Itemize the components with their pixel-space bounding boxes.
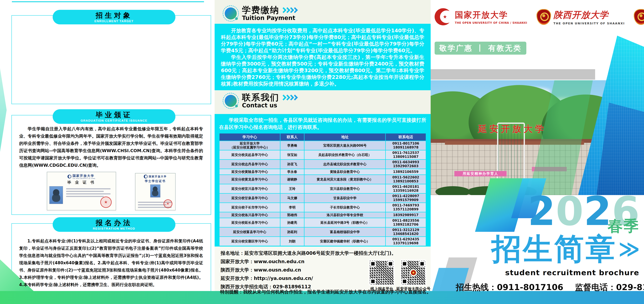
learning-centers-table: 学习中心 联系人 地址 联系电话 延安开放大学（延安分校直属学习中心） 李勇锋 …	[219, 133, 426, 246]
brochure-title: 招生简章 ≫	[492, 234, 640, 264]
cell-phones: 0911-321212913468541620	[386, 227, 426, 236]
cell-phones: 0911-562260213892100853	[386, 175, 426, 184]
degree-certificate-sample: 国家开放大学 学士学位证书	[135, 173, 176, 210]
university-emblem-icon	[410, 269, 417, 276]
registration-info-lines: 报名地址：延安市宝塔区双拥大道永兴路006号延安开放大学一楼招生大厅(北门)。国…	[220, 249, 372, 291]
gray-bar-decoration	[431, 69, 595, 80]
cell-contact-person: 王玲	[280, 184, 304, 193]
diploma-certificate-sample: 国家开放大学 THE OPEN UNIVERSITY OF CHINA 毕 业 …	[47, 172, 116, 210]
contact-info-block: 学校采取全市统一招生，各县区学员就近咨询报名的办法，有需要报名的学员可直接拨打所…	[214, 114, 431, 246]
logo-name-cn: 国家开放大学	[455, 10, 527, 21]
certificate-university-en: THE OPEN UNIVERSITY OF CHINA	[72, 178, 95, 179]
section-title-en: ENROLLMENT TARGET	[53, 20, 176, 23]
graduation-paragraph: 学生学籍自注册入学起八年内有效，高中起点本科专业最低修业年限五年，专科起点本科专…	[19, 125, 203, 169]
tuition-paragraph-2: 学生入学后按学年分两次缴纳学分费(高起本专业按三次)，第一学年:专升本专业新生缴…	[221, 54, 424, 87]
chevron-arrows-icon	[282, 8, 297, 12]
section-title-en: REGISTRATION METHOD	[53, 227, 176, 230]
cell-contact-person: 孙建亮	[280, 218, 304, 227]
certificate-red-seal	[164, 199, 172, 208]
cell-phones: 0911-882355613892182706	[386, 218, 426, 227]
tuition-globe-icon	[223, 6, 239, 22]
table-row: 延安分校吴起县学习中心 张宝如 吴起县职业技术教育中心（白石咀） 0911-76…	[220, 150, 426, 159]
section-header-enrollment-target: 招生对象 ENROLLMENT TARGET	[53, 10, 176, 24]
certificate-university: 国家开放大学	[149, 175, 167, 178]
hotline-row: 招生热线：0911-8017106监督电话：029-81896113	[456, 282, 644, 293]
table-row: 延安分校安塞区学习中心 刘朗 安塞区建华镇建华村（职教中心） 0911-6292…	[220, 237, 426, 246]
col-header-center: 学习中心	[220, 133, 280, 141]
section-graduation-certificate: 学生学籍自注册入学起八年内有效，高中起点本科专业最低修业年限五年，专科起点本科专…	[12, 115, 211, 215]
cell-learning-center: 延安开放大学（延安分校直属学习中心）	[220, 141, 280, 150]
cell-learning-center: 延安分校安塞区学习中心	[220, 237, 280, 246]
cell-phones: 0911-663499315929072603	[386, 160, 426, 169]
cell-address: 宝塔区双拥大道永兴路006号	[304, 141, 386, 150]
cell-phones: 0911-629243513379119698	[386, 237, 426, 246]
cell-contact-person: 李永春	[280, 169, 304, 174]
cell-learning-center: 延安分校志丹县学习中心	[220, 160, 280, 169]
registration-paragraph: 1.专科起点本科专业:持(1)专科及以上相同或相近专业的毕业证书、身份证原件和复…	[19, 237, 203, 288]
contact-title-en: Contact us	[242, 102, 297, 109]
certificate-photo	[150, 184, 160, 197]
cell-contact-person: 李勇锋	[280, 141, 304, 150]
cell-learning-center: 延安分校洛川县学习中心	[220, 212, 280, 218]
table-row: 延安分校黄陵县学习中心 李永春 黄陵县职业教育中心 13892106559	[220, 169, 426, 174]
chevron-arrows-icon	[282, 96, 297, 100]
tuition-title-en: Tuition Payment	[242, 15, 297, 21]
certificate-samples: 国家开放大学 THE OPEN UNIVERSITY OF CHINA 毕 业 …	[19, 172, 203, 210]
hotline-number: 0911-8017106	[497, 282, 563, 292]
cell-contact-person: 谢晓静	[280, 175, 304, 184]
table-row: 延安分校志丹县学习中心 孙亚飞 志丹县城北职业技术教育中心 0911-66349…	[220, 160, 426, 169]
cell-address: 富县南校场职业中学	[304, 227, 386, 236]
col-header-phone: 联系电话	[386, 133, 426, 141]
cell-learning-center: 延安分校甘泉县学习中心	[220, 194, 280, 202]
section-title-cn: 报名办法	[53, 219, 176, 227]
table-row: 延安分校延长县学习中心 孙建亮 延长县延河中路3号（职教中心） 0911-882…	[220, 218, 426, 227]
cell-address: 子长市职业教育中心	[304, 203, 386, 212]
brochure-title-text: 招生简章	[492, 234, 617, 264]
yanan-emblem-icon	[634, 9, 644, 25]
cell-learning-center: 延安分校黄龙县学习中心	[220, 175, 280, 184]
table-row: 延安开放大学（延安分校直属学习中心） 李勇锋 宝塔区双拥大道永兴路006号 09…	[220, 141, 426, 150]
left-panel-top-accent-line	[12, 1, 204, 2]
brochure-subtitle: student recruitment brochure	[505, 268, 639, 277]
table-row: 延安分校富县学习中心 孙延利 富县南校场职业中学 0911-3212129134…	[220, 227, 426, 236]
certificate-logo-icon	[144, 175, 148, 178]
cell-phones: 0911-746979313571120899	[386, 203, 426, 212]
info-line: 报名地址：延安市宝塔区双拥大道永兴路006号延安开放大学一楼招生大厅(北门)。	[220, 249, 372, 257]
cell-phones: 18392989917	[386, 212, 426, 218]
cell-contact-person: 马文娜	[280, 194, 304, 202]
tuition-payment-header: 学费缴纳 Tuition Payment	[223, 6, 297, 22]
section-title-cn: 招生对象	[53, 12, 176, 20]
cell-contact-person: 郭雄伟	[280, 212, 304, 218]
contact-title-cn: 联系我们	[242, 93, 279, 102]
info-line: 陕西开放大学：www.ousn.edu.cn	[220, 266, 372, 274]
ouc-emblem-icon: ★	[434, 8, 452, 26]
certificate-university: 国家开放大学	[72, 174, 95, 178]
table-row: 延安分校甘泉县学习中心 马文娜 甘泉县职业中学 0911-42280971599…	[220, 194, 426, 202]
cell-learning-center: 延安分校富县学习中心	[220, 227, 280, 236]
qr-code-online-registration	[369, 260, 394, 285]
section-header-registration-method: 报名办法 REGISTRATION METHOD	[53, 217, 176, 232]
cell-address: 黄陵县职业教育中心	[304, 169, 386, 174]
year-digit: 2	[528, 191, 556, 231]
year-digit: 0	[556, 191, 584, 231]
cell-contact-person: 张宝如	[280, 150, 304, 159]
table-row: 延安分校洛川县学习中心 郭雄伟 洛川县职业中等专业学校 18392989917	[220, 212, 426, 218]
logo-open-university-of-shaanxi: 陕西开放大学 THE OPEN UNIVERSITY OF SHAANXI	[536, 9, 625, 25]
cell-address: 延长县延河中路3号（职教中心）	[304, 218, 386, 227]
logo-open-university-of-yanan: 延安开放大学 THE OPEN UNIVERSITY OF YANAN	[634, 8, 644, 26]
cell-address: 安塞区建华镇建华村（职教中心）	[304, 237, 386, 246]
building-banner: 用延安精神办学育人	[454, 171, 506, 176]
cell-contact-person: 李明	[280, 203, 304, 212]
cell-phones: 0911-462018113359116928	[386, 184, 426, 193]
section-title-en: GRADUATION CERTIFICATE ISSUANCE	[53, 119, 176, 122]
cell-phones: 13892106559	[386, 169, 426, 174]
double-chevron-icon: ≫	[618, 237, 640, 261]
cell-address: 洛川县职业中等专业学校	[304, 212, 386, 218]
table-row: 延安分校子长市学习中心 李明 子长市职业教育中心 0911-7469793135…	[220, 203, 426, 212]
cell-contact-person: 孙延利	[280, 227, 304, 236]
certificate-title: 毕 业 证 书	[49, 180, 114, 185]
cell-contact-person: 孙亚飞	[280, 160, 304, 169]
col-header-address: 地址	[304, 133, 386, 141]
tuition-info-block: 开放教育各专业均按学分收取费用，高中起点本科专业(毕业最低总学分140学分)、专…	[214, 24, 431, 90]
tuition-paragraph-1: 开放教育各专业均按学分收取费用，高中起点本科专业(毕业最低总学分140学分)、专…	[221, 27, 424, 54]
